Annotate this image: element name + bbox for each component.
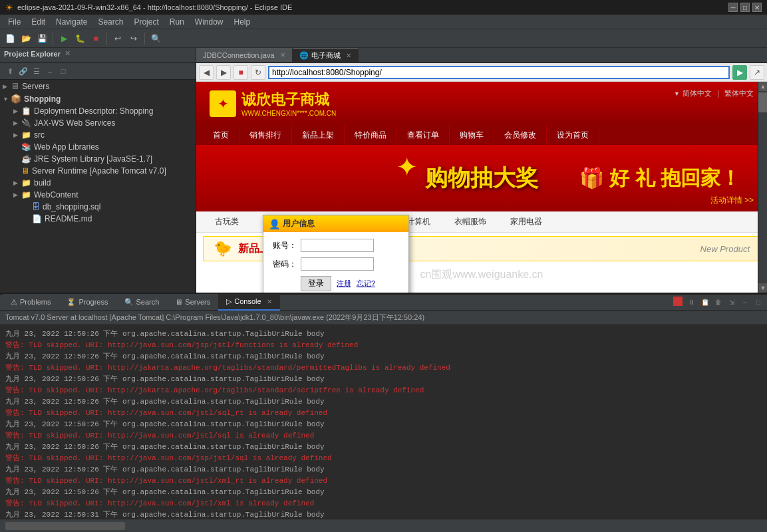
nav-member[interactable]: 会员修改 <box>494 125 547 145</box>
browser-stop-button[interactable]: ■ <box>233 65 248 80</box>
nav-cart[interactable]: 购物车 <box>450 125 494 145</box>
nav-homepage[interactable]: 设为首页 <box>547 125 599 145</box>
btab-servers[interactable]: 🖥 Servers <box>167 294 218 311</box>
tree-icon-sql: 🗄 <box>32 202 40 211</box>
tree-build[interactable]: ▶ 📁 build <box>0 177 196 189</box>
banner-detail-link[interactable]: 活动详情 >> <box>710 195 754 206</box>
tab-ecommerce-close[interactable]: ✕ <box>346 52 351 59</box>
lang-sep: ｜ <box>714 88 722 98</box>
console-line: 九月 23, 2022 12:50:26 下午 org.apache.catal… <box>5 419 762 430</box>
login-password-input[interactable] <box>301 257 374 271</box>
nav-orders[interactable]: 查看订单 <box>397 125 450 145</box>
toolbar-btn-4[interactable]: ↪ <box>126 31 141 46</box>
login-account-input[interactable] <box>301 239 374 252</box>
sidebar: ⬆ 🔗 ☰ – □ ▶ 🖥 Servers <box>0 63 196 293</box>
scrollbar-up[interactable]: ▲ <box>758 82 767 91</box>
debug-button[interactable]: 🐛 <box>73 31 87 46</box>
login-forgot-link[interactable]: 忘记? <box>357 279 375 289</box>
menu-window[interactable]: Window <box>190 16 229 28</box>
browser-external-button[interactable]: ↗ <box>750 65 764 80</box>
menu-search[interactable]: Search <box>92 16 128 28</box>
login-register-link[interactable]: 注册 <box>337 279 351 289</box>
tab-jdbcconnection[interactable]: JDBCConnection.java ✕ <box>196 48 293 62</box>
tree-jaxws[interactable]: ▶ 🔌 JAX-WS Web Services <box>0 117 196 129</box>
ide-body: Project Explorer ✕ JDBCConnection.java ✕… <box>0 48 767 532</box>
tree-label-sql: db_shopping.sql <box>43 202 100 211</box>
cat-antiques[interactable]: 古玩类 <box>210 213 244 230</box>
nav-home[interactable]: 首页 <box>203 125 239 145</box>
console-icon: ▷ <box>226 297 231 306</box>
browser-refresh-button[interactable]: ↻ <box>251 65 265 80</box>
bottom-panel-btn-3[interactable]: 🗑 <box>712 297 724 309</box>
minimize-button[interactable]: ─ <box>728 3 738 12</box>
tree-webcontent[interactable]: ▶ 📁 WebContent <box>0 189 196 201</box>
btab-console[interactable]: ▷ Console ✕ <box>218 294 279 311</box>
run-button[interactable]: ▶ <box>57 31 71 46</box>
bottom-panel-maximize[interactable]: □ <box>752 297 764 309</box>
nav-new[interactable]: 新品上架 <box>292 125 345 145</box>
menu-file[interactable]: File <box>3 16 26 28</box>
bottom-panel-btn-1[interactable]: ⏸ <box>686 297 698 309</box>
browser-forward-button[interactable]: ▶ <box>216 65 231 80</box>
menu-help[interactable]: Help <box>229 16 256 28</box>
sidebar-collapse-btn[interactable]: ⬆ <box>4 65 16 77</box>
maximize-button[interactable]: □ <box>740 3 750 12</box>
web-logo-name: 诚欣电子商城 <box>241 90 336 110</box>
save-button[interactable]: 💾 <box>35 31 49 46</box>
scrollbar-down[interactable]: ▼ <box>758 283 767 293</box>
tree-sql[interactable]: 🗄 db_shopping.sql <box>0 201 196 213</box>
web-header: ✦ 诚欣电子商城 WWW.CHENGXIN****.COM.CN ▼ 简体中文 <box>196 82 767 125</box>
sidebar-toolbar-btns: ⬆ 🔗 ☰ – □ <box>4 65 69 77</box>
nav-sale[interactable]: 特价商品 <box>345 125 397 145</box>
bottom-panel-btn-2[interactable]: 📋 <box>699 297 711 309</box>
menu-project[interactable]: Project <box>128 16 164 28</box>
tree-servers[interactable]: ▶ 🖥 Servers <box>0 80 196 92</box>
tree-shopping[interactable]: ▼ 📦 Shopping <box>0 92 196 105</box>
tree-weblibs[interactable]: 📚 Web App Libraries <box>0 141 196 153</box>
project-explorer-close[interactable]: ✕ <box>65 49 71 58</box>
tree-serverruntime[interactable]: 🖥 Server Runtime [Apache Tomcat v7.0] <box>0 165 196 177</box>
toolbar-btn-3[interactable]: ↩ <box>110 31 125 46</box>
sidebar-link-btn[interactable]: 🔗 <box>17 65 29 77</box>
btab-progress[interactable]: ⏳ Progress <box>59 294 116 311</box>
url-input[interactable] <box>268 66 730 79</box>
console-stop-button[interactable] <box>673 297 683 306</box>
cat-appliance[interactable]: 家用电器 <box>505 213 547 230</box>
menu-edit[interactable]: Edit <box>26 16 51 28</box>
lang-traditional[interactable]: 繁体中文 <box>724 88 754 98</box>
bottom-panel-minimize[interactable]: – <box>739 297 751 309</box>
tab-jdbcconnection-close[interactable]: ✕ <box>280 51 285 59</box>
bottom-scrollbar[interactable] <box>5 522 125 530</box>
tree-src[interactable]: ▶ 📁 src <box>0 129 196 141</box>
sidebar-menu-btn[interactable]: ☰ <box>31 65 43 77</box>
stop-button[interactable]: ■ <box>88 31 103 46</box>
console-output: 九月 23, 2022 12:50:26 下午 org.apache.catal… <box>0 325 767 519</box>
toolbar-btn-5[interactable]: 🔍 <box>148 31 163 46</box>
open-button[interactable]: 📂 <box>19 31 33 46</box>
tree-icon-servers: 🖥 <box>11 81 19 91</box>
cat-clothing[interactable]: 衣帽服饰 <box>449 213 492 230</box>
scrollbar-thumb[interactable] <box>758 92 767 112</box>
new-button[interactable]: 📄 <box>3 31 17 46</box>
nav-bestseller[interactable]: 销售排行 <box>239 125 292 145</box>
console-line: 九月 23, 2022 12:50:26 下午 org.apache.catal… <box>5 329 762 339</box>
tree-deployment[interactable]: ▶ 📋 Deployment Descriptor: Shopping <box>0 105 196 117</box>
close-button[interactable]: ✕ <box>752 3 762 12</box>
sidebar-min-btn[interactable]: – <box>44 65 56 77</box>
menu-run[interactable]: Run <box>164 16 190 28</box>
browser-back-button[interactable]: ◀ <box>199 65 214 80</box>
browser-wrapper: ◀ ▶ ■ ↻ ▶ ↗ ✦ <box>196 63 767 293</box>
tab-ecommerce[interactable]: 🌐 电子商城 ✕ <box>293 48 359 62</box>
lang-simplified[interactable]: 简体中文 <box>683 88 712 98</box>
console-close[interactable]: ✕ <box>267 298 272 305</box>
tree-readme[interactable]: 📄 README.md <box>0 213 196 225</box>
btab-search[interactable]: 🔍 Search <box>116 294 168 311</box>
btab-problems[interactable]: ⚠ Problems <box>3 294 59 311</box>
bottom-panel-btn-4[interactable]: ⇲ <box>726 297 738 309</box>
browser-go-button[interactable]: ▶ <box>732 65 747 80</box>
login-submit-button[interactable]: 登录 <box>301 276 331 291</box>
webpage-scrollbar[interactable]: ▲ ▼ <box>758 82 767 293</box>
sidebar-max-btn[interactable]: □ <box>57 65 69 77</box>
menu-navigate[interactable]: Navigate <box>51 16 92 28</box>
tree-jre[interactable]: ☕ JRE System Library [JavaSE-1.7] <box>0 153 196 165</box>
